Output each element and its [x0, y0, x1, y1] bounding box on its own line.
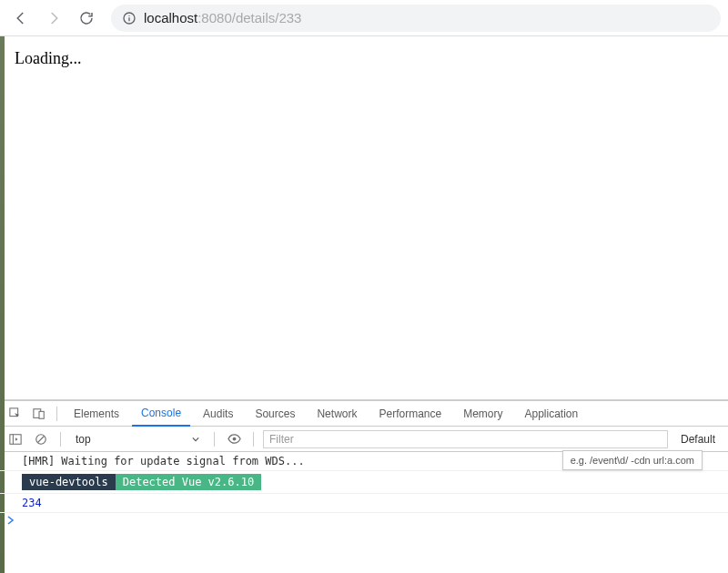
- url-rest: :8080/details/233: [197, 10, 301, 25]
- reload-button[interactable]: [73, 5, 100, 32]
- divider: [56, 407, 57, 421]
- loading-text: Loading...: [15, 49, 713, 68]
- tab-performance[interactable]: Performance: [369, 401, 450, 427]
- url-host: localhost: [144, 10, 197, 25]
- console-message: vue-devtools Detected Vue v2.6.10: [0, 471, 728, 494]
- forward-button[interactable]: [40, 5, 67, 32]
- devtools-panel: Elements Console Audits Sources Network …: [0, 400, 728, 528]
- browser-toolbar: localhost:8080/details/233: [0, 0, 728, 36]
- device-icon: [33, 407, 46, 420]
- sidebar-icon: [9, 433, 22, 446]
- clear-icon: [35, 433, 47, 446]
- svg-line-9: [38, 436, 45, 442]
- svg-point-2: [128, 15, 129, 15]
- address-bar[interactable]: localhost:8080/details/233: [111, 5, 721, 32]
- arrow-right-icon: [46, 10, 62, 26]
- tab-console[interactable]: Console: [132, 401, 190, 427]
- info-icon: [122, 11, 136, 25]
- device-toggle-button[interactable]: [29, 404, 49, 424]
- log-level-selector[interactable]: Default: [673, 433, 723, 446]
- console-body: e.g. /event\d/ -cdn url:a.com [HMR] Wait…: [0, 452, 728, 528]
- chevron-down-icon: [192, 436, 199, 443]
- tab-elements[interactable]: Elements: [65, 401, 128, 427]
- divider: [60, 432, 61, 447]
- console-sidebar-toggle[interactable]: [5, 429, 25, 449]
- inspect-button[interactable]: [5, 404, 25, 424]
- console-toolbar: top Default: [0, 427, 728, 452]
- context-label: top: [76, 433, 91, 446]
- tab-application[interactable]: Application: [516, 401, 588, 427]
- tab-memory[interactable]: Memory: [454, 401, 511, 427]
- tab-sources[interactable]: Sources: [246, 401, 304, 427]
- filter-input[interactable]: [263, 430, 668, 448]
- tab-audits[interactable]: Audits: [194, 401, 242, 427]
- context-selector[interactable]: top: [70, 430, 205, 448]
- url-text: localhost:8080/details/233: [144, 10, 301, 25]
- arrow-left-icon: [13, 10, 29, 26]
- vue-devtools-badge: vue-devtools: [22, 474, 116, 490]
- page-content: Loading...: [0, 36, 728, 400]
- console-message: 234: [0, 494, 728, 513]
- back-button[interactable]: [7, 5, 35, 32]
- filter-tooltip: e.g. /event\d/ -cdn url:a.com: [562, 450, 703, 470]
- svg-point-10: [232, 437, 236, 441]
- eye-icon: [228, 432, 241, 446]
- vue-detected-badge: Detected Vue v2.6.10: [116, 474, 262, 490]
- clear-console-button[interactable]: [31, 429, 51, 449]
- tab-network[interactable]: Network: [308, 401, 366, 427]
- reload-icon: [78, 10, 95, 26]
- console-prompt[interactable]: [0, 513, 728, 528]
- live-expression-button[interactable]: [224, 429, 244, 449]
- inspect-icon: [9, 407, 22, 420]
- prompt-icon: [7, 516, 15, 525]
- svg-rect-5: [39, 411, 44, 418]
- divider: [214, 432, 215, 447]
- divider: [253, 432, 254, 447]
- devtools-tabbar: Elements Console Audits Sources Network …: [0, 401, 728, 427]
